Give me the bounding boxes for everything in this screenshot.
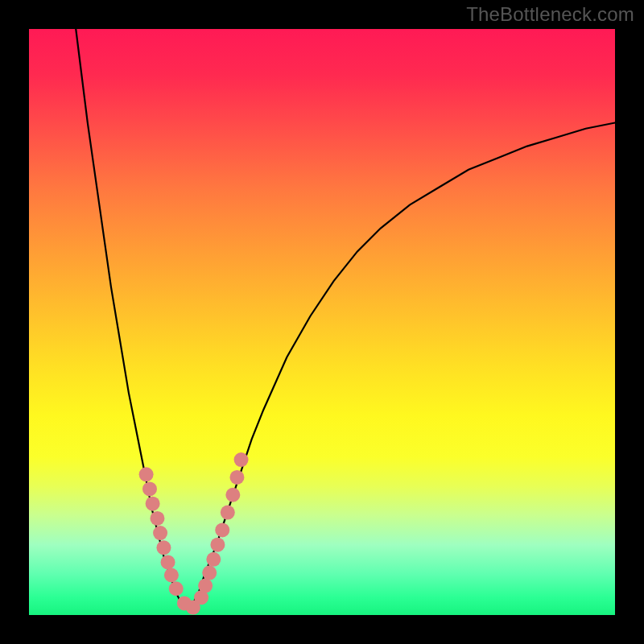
data-point [139,467,154,481]
data-point [142,481,157,496]
data-point [169,581,184,596]
data-point [156,540,171,555]
left-curve [76,29,187,609]
data-point [210,538,225,552]
data-point [198,579,213,593]
data-point [215,522,229,537]
data-point [153,526,167,540]
data-point [221,506,235,520]
chart-frame: TheBottleneck.com [0,0,644,644]
dot-cluster [139,452,249,614]
data-point [150,511,164,526]
data-point [206,552,221,567]
data-point [161,555,175,569]
data-point [146,497,160,511]
data-point [164,568,179,583]
right-curve [188,122,615,609]
data-point [202,566,217,580]
data-point [234,452,249,467]
watermark-text: TheBottleneck.com [466,3,634,26]
data-point [229,470,244,485]
plot-area [29,29,615,615]
chart-svg [29,29,615,615]
data-point [225,488,240,502]
